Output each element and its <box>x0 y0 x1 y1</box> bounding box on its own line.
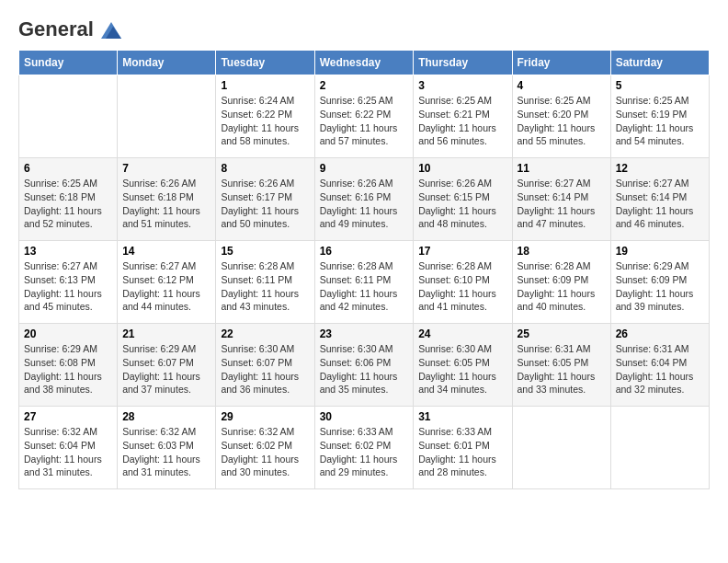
calendar-cell: 8Sunrise: 6:26 AM Sunset: 6:17 PM Daylig… <box>216 158 314 241</box>
day-number: 21 <box>122 327 210 340</box>
weekday-header-thursday: Thursday <box>414 51 512 75</box>
calendar-cell: 2Sunrise: 6:25 AM Sunset: 6:22 PM Daylig… <box>314 75 414 158</box>
weekday-header-monday: Monday <box>118 51 216 75</box>
calendar-cell: 23Sunrise: 6:30 AM Sunset: 6:06 PM Dayli… <box>314 324 414 407</box>
day-number: 20 <box>24 327 112 340</box>
day-info: Sunrise: 6:25 AM Sunset: 6:19 PM Dayligh… <box>616 94 704 148</box>
day-info: Sunrise: 6:25 AM Sunset: 6:18 PM Dayligh… <box>24 177 112 231</box>
day-info: Sunrise: 6:32 AM Sunset: 6:04 PM Dayligh… <box>24 425 112 479</box>
calendar-header-row: SundayMondayTuesdayWednesdayThursdayFrid… <box>19 51 710 75</box>
day-info: Sunrise: 6:27 AM Sunset: 6:13 PM Dayligh… <box>24 259 112 314</box>
day-number: 19 <box>616 245 704 258</box>
calendar-cell: 3Sunrise: 6:25 AM Sunset: 6:21 PM Daylig… <box>414 75 512 158</box>
day-number: 25 <box>518 327 606 340</box>
calendar-cell: 5Sunrise: 6:25 AM Sunset: 6:19 PM Daylig… <box>610 75 709 158</box>
calendar-cell: 20Sunrise: 6:29 AM Sunset: 6:08 PM Dayli… <box>19 324 118 407</box>
day-number: 11 <box>518 162 606 175</box>
day-number: 31 <box>418 410 506 423</box>
calendar-cell: 21Sunrise: 6:29 AM Sunset: 6:07 PM Dayli… <box>118 324 216 407</box>
calendar-week-row: 13Sunrise: 6:27 AM Sunset: 6:13 PM Dayli… <box>19 241 710 324</box>
day-info: Sunrise: 6:30 AM Sunset: 6:06 PM Dayligh… <box>320 342 409 396</box>
calendar-cell: 16Sunrise: 6:28 AM Sunset: 6:11 PM Dayli… <box>314 241 414 324</box>
day-info: Sunrise: 6:28 AM Sunset: 6:11 PM Dayligh… <box>221 259 309 314</box>
calendar-cell: 25Sunrise: 6:31 AM Sunset: 6:05 PM Dayli… <box>512 324 610 407</box>
day-number: 23 <box>320 327 409 340</box>
day-info: Sunrise: 6:28 AM Sunset: 6:10 PM Dayligh… <box>418 259 506 314</box>
day-info: Sunrise: 6:30 AM Sunset: 6:07 PM Dayligh… <box>221 342 309 396</box>
calendar-cell: 4Sunrise: 6:25 AM Sunset: 6:20 PM Daylig… <box>512 75 610 158</box>
day-number: 30 <box>320 410 409 423</box>
calendar-cell: 24Sunrise: 6:30 AM Sunset: 6:05 PM Dayli… <box>414 324 512 407</box>
calendar-cell <box>512 407 610 489</box>
day-info: Sunrise: 6:28 AM Sunset: 6:09 PM Dayligh… <box>518 259 606 314</box>
calendar-cell: 27Sunrise: 6:32 AM Sunset: 6:04 PM Dayli… <box>19 407 118 489</box>
day-number: 28 <box>122 410 210 423</box>
logo: General <box>18 18 121 40</box>
day-info: Sunrise: 6:26 AM Sunset: 6:16 PM Dayligh… <box>320 177 409 231</box>
day-number: 9 <box>320 162 409 175</box>
day-info: Sunrise: 6:31 AM Sunset: 6:05 PM Dayligh… <box>518 342 606 396</box>
calendar-cell: 6Sunrise: 6:25 AM Sunset: 6:18 PM Daylig… <box>19 158 118 241</box>
calendar-week-row: 1Sunrise: 6:24 AM Sunset: 6:22 PM Daylig… <box>19 75 710 158</box>
day-info: Sunrise: 6:32 AM Sunset: 6:03 PM Dayligh… <box>122 425 210 479</box>
calendar-week-row: 27Sunrise: 6:32 AM Sunset: 6:04 PM Dayli… <box>19 407 710 489</box>
calendar-week-row: 6Sunrise: 6:25 AM Sunset: 6:18 PM Daylig… <box>19 158 710 241</box>
day-info: Sunrise: 6:26 AM Sunset: 6:18 PM Dayligh… <box>122 177 210 231</box>
weekday-header-tuesday: Tuesday <box>216 51 314 75</box>
day-info: Sunrise: 6:27 AM Sunset: 6:12 PM Dayligh… <box>122 259 210 314</box>
calendar-cell: 9Sunrise: 6:26 AM Sunset: 6:16 PM Daylig… <box>314 158 414 241</box>
weekday-header-friday: Friday <box>512 51 610 75</box>
calendar-table: SundayMondayTuesdayWednesdayThursdayFrid… <box>18 50 710 489</box>
calendar-cell: 18Sunrise: 6:28 AM Sunset: 6:09 PM Dayli… <box>512 241 610 324</box>
day-info: Sunrise: 6:31 AM Sunset: 6:04 PM Dayligh… <box>616 342 704 396</box>
day-info: Sunrise: 6:30 AM Sunset: 6:05 PM Dayligh… <box>418 342 506 396</box>
day-number: 8 <box>221 162 309 175</box>
calendar-cell: 17Sunrise: 6:28 AM Sunset: 6:10 PM Dayli… <box>414 241 512 324</box>
weekday-header-wednesday: Wednesday <box>314 51 414 75</box>
weekday-header-saturday: Saturday <box>610 51 709 75</box>
day-info: Sunrise: 6:29 AM Sunset: 6:08 PM Dayligh… <box>24 342 112 396</box>
calendar-cell: 13Sunrise: 6:27 AM Sunset: 6:13 PM Dayli… <box>19 241 118 324</box>
day-number: 10 <box>418 162 506 175</box>
day-number: 7 <box>122 162 210 175</box>
day-number: 2 <box>320 79 409 92</box>
day-number: 29 <box>221 410 309 423</box>
day-info: Sunrise: 6:29 AM Sunset: 6:09 PM Dayligh… <box>616 259 704 314</box>
day-number: 4 <box>518 79 606 92</box>
calendar-week-row: 20Sunrise: 6:29 AM Sunset: 6:08 PM Dayli… <box>19 324 710 407</box>
page-header: General <box>18 18 710 40</box>
calendar-cell: 10Sunrise: 6:26 AM Sunset: 6:15 PM Dayli… <box>414 158 512 241</box>
day-number: 1 <box>221 79 309 92</box>
calendar-cell: 7Sunrise: 6:26 AM Sunset: 6:18 PM Daylig… <box>118 158 216 241</box>
calendar-cell: 29Sunrise: 6:32 AM Sunset: 6:02 PM Dayli… <box>216 407 314 489</box>
day-info: Sunrise: 6:25 AM Sunset: 6:20 PM Dayligh… <box>518 94 606 148</box>
logo-icon <box>101 22 121 39</box>
calendar-cell: 26Sunrise: 6:31 AM Sunset: 6:04 PM Dayli… <box>610 324 709 407</box>
day-info: Sunrise: 6:27 AM Sunset: 6:14 PM Dayligh… <box>518 177 606 231</box>
calendar-cell: 14Sunrise: 6:27 AM Sunset: 6:12 PM Dayli… <box>118 241 216 324</box>
day-number: 27 <box>24 410 112 423</box>
calendar-cell: 11Sunrise: 6:27 AM Sunset: 6:14 PM Dayli… <box>512 158 610 241</box>
day-number: 14 <box>122 245 210 258</box>
day-number: 5 <box>616 79 704 92</box>
day-info: Sunrise: 6:27 AM Sunset: 6:14 PM Dayligh… <box>616 177 704 231</box>
calendar-cell <box>610 407 709 489</box>
calendar-cell: 28Sunrise: 6:32 AM Sunset: 6:03 PM Dayli… <box>118 407 216 489</box>
day-number: 13 <box>24 245 112 258</box>
day-info: Sunrise: 6:33 AM Sunset: 6:02 PM Dayligh… <box>320 425 409 479</box>
calendar-cell: 1Sunrise: 6:24 AM Sunset: 6:22 PM Daylig… <box>216 75 314 158</box>
day-number: 17 <box>418 245 506 258</box>
day-info: Sunrise: 6:25 AM Sunset: 6:22 PM Dayligh… <box>320 94 409 148</box>
calendar-cell: 30Sunrise: 6:33 AM Sunset: 6:02 PM Dayli… <box>314 407 414 489</box>
day-info: Sunrise: 6:32 AM Sunset: 6:02 PM Dayligh… <box>221 425 309 479</box>
calendar-cell <box>118 75 216 158</box>
calendar-cell: 15Sunrise: 6:28 AM Sunset: 6:11 PM Dayli… <box>216 241 314 324</box>
day-number: 12 <box>616 162 704 175</box>
day-number: 18 <box>518 245 606 258</box>
day-number: 16 <box>320 245 409 258</box>
day-info: Sunrise: 6:25 AM Sunset: 6:21 PM Dayligh… <box>418 94 506 148</box>
calendar-cell: 31Sunrise: 6:33 AM Sunset: 6:01 PM Dayli… <box>414 407 512 489</box>
weekday-header-sunday: Sunday <box>19 51 118 75</box>
day-number: 24 <box>418 327 506 340</box>
calendar-cell: 22Sunrise: 6:30 AM Sunset: 6:07 PM Dayli… <box>216 324 314 407</box>
